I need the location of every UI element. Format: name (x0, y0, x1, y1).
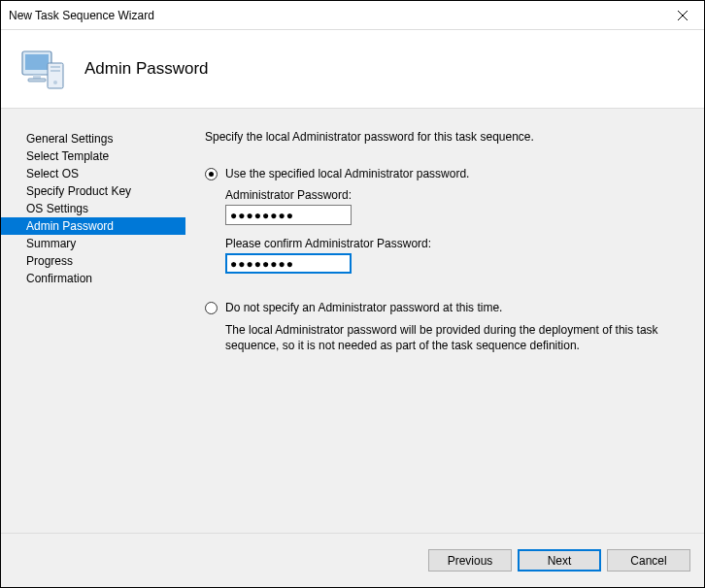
svg-rect-3 (25, 54, 49, 70)
sidebar: General Settings Select Template Select … (1, 109, 185, 533)
confirm-password-label: Please confirm Administrator Password: (225, 237, 688, 250)
radio-label-use-password: Use the specified local Administrator pa… (225, 167, 469, 180)
sidebar-item-os-settings[interactable]: OS Settings (1, 200, 185, 217)
next-button[interactable]: Next (518, 549, 601, 572)
radio-use-password[interactable] (205, 168, 218, 180)
option-use-password: Use the specified local Administrator pa… (205, 167, 688, 274)
svg-rect-7 (50, 66, 60, 68)
no-password-helper: The local Administrator password will be… (225, 322, 672, 353)
page-title: Admin Password (84, 59, 209, 79)
radio-no-password[interactable] (205, 302, 218, 314)
previous-button[interactable]: Previous (428, 549, 512, 572)
main-panel: Specify the local Administrator password… (185, 109, 704, 533)
titlebar: New Task Sequence Wizard (1, 1, 704, 30)
password-input[interactable] (225, 205, 352, 225)
option-no-password: Do not specify an Administrator password… (205, 301, 688, 353)
content-area: General Settings Select Template Select … (1, 108, 704, 533)
close-button[interactable] (660, 1, 704, 29)
confirm-password-field-block: Please confirm Administrator Password: (225, 237, 688, 274)
radio-label-no-password: Do not specify an Administrator password… (225, 301, 502, 314)
svg-rect-4 (33, 75, 41, 79)
instruction-text: Specify the local Administrator password… (205, 130, 688, 144)
svg-rect-5 (28, 79, 46, 82)
close-icon (678, 11, 688, 20)
sidebar-item-confirmation[interactable]: Confirmation (1, 270, 185, 287)
sidebar-item-admin-password[interactable]: Admin Password (1, 217, 185, 235)
sidebar-item-select-os[interactable]: Select OS (1, 165, 185, 182)
password-field-block: Administrator Password: (225, 188, 688, 225)
confirm-password-input[interactable] (225, 253, 352, 274)
sidebar-item-general-settings[interactable]: General Settings (1, 130, 185, 147)
svg-rect-8 (50, 70, 60, 72)
window-title: New Task Sequence Wizard (9, 9, 154, 22)
svg-point-9 (53, 81, 57, 84)
radio-row-use-password[interactable]: Use the specified local Administrator pa… (205, 167, 688, 180)
cancel-button[interactable]: Cancel (607, 549, 690, 572)
sidebar-item-progress[interactable]: Progress (1, 252, 185, 270)
sidebar-item-select-template[interactable]: Select Template (1, 147, 185, 165)
password-label: Administrator Password: (225, 188, 688, 202)
sidebar-item-summary[interactable]: Summary (1, 235, 185, 252)
footer: Previous Next Cancel (1, 533, 704, 587)
header: Admin Password (1, 30, 704, 108)
sidebar-item-specify-product-key[interactable]: Specify Product Key (1, 182, 185, 200)
computer-icon (18, 44, 69, 94)
radio-row-no-password[interactable]: Do not specify an Administrator password… (205, 301, 688, 314)
